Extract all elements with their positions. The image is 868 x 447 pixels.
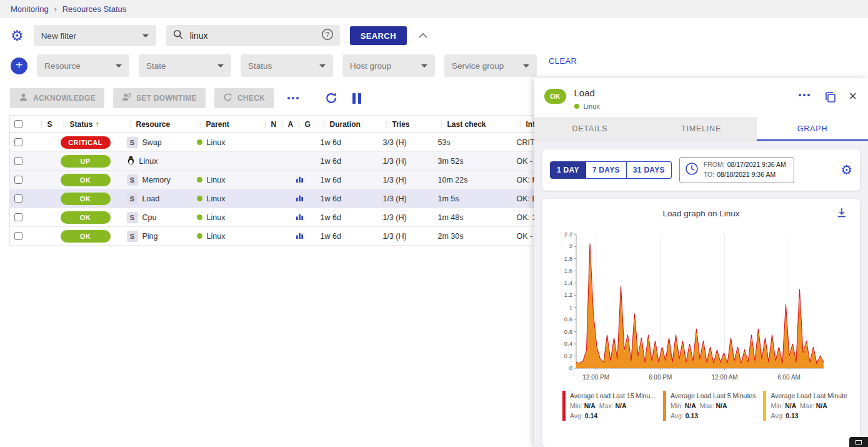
row-checkbox[interactable] — [14, 157, 22, 165]
resource-filter-select[interactable]: Resource — [37, 54, 129, 77]
service-group-filter-select[interactable]: Service group — [444, 54, 537, 77]
export-graph-icon[interactable] — [832, 206, 851, 221]
copy-link-icon[interactable] — [823, 89, 838, 104]
graph-settings-gear-icon[interactable]: ⚙ — [841, 163, 852, 176]
row-checkbox[interactable] — [14, 232, 22, 240]
tab-details[interactable]: DETAILS — [534, 117, 646, 141]
col-resource[interactable]: Resource — [136, 120, 171, 129]
panel-more-icon[interactable] — [794, 94, 815, 96]
corner-overlay-icon[interactable] — [849, 437, 868, 447]
breadcrumb-monitoring[interactable]: Monitoring — [11, 4, 49, 14]
resource-name[interactable]: Memory — [142, 176, 171, 184]
close-icon[interactable]: × — [846, 89, 859, 103]
sort-asc-icon[interactable]: ↑ — [95, 120, 99, 129]
last-check-cell: 3m 52s — [436, 152, 515, 171]
panel-subtitle[interactable]: Linux — [584, 103, 600, 110]
tab-timeline[interactable]: TIMELINE — [646, 117, 757, 141]
status-badge: CRITICAL — [61, 136, 111, 149]
column-drag-icon[interactable]: ⋮ — [438, 120, 446, 129]
column-drag-icon[interactable]: ⋮ — [61, 120, 68, 129]
acknowledge-button[interactable]: ACKNOWLEDGE — [10, 88, 104, 108]
column-drag-icon[interactable]: ⋮ — [197, 120, 204, 129]
refresh-icon[interactable] — [324, 91, 339, 106]
row-checkbox[interactable] — [14, 138, 22, 146]
host-group-filter-select[interactable]: Host group — [342, 54, 435, 77]
resource-name[interactable]: Load — [142, 194, 160, 203]
svg-text:?: ? — [326, 31, 329, 38]
from-value[interactable]: 08/17/2021 9:36 AM — [727, 161, 786, 168]
column-drag-icon[interactable]: ⋮ — [38, 120, 46, 129]
parent-name[interactable]: Linux — [207, 213, 226, 222]
avg-value: 0.14 — [585, 412, 597, 419]
check-button[interactable]: CHECK — [214, 88, 274, 108]
more-actions-icon[interactable] — [282, 97, 304, 99]
collapse-filters-chevron-icon[interactable] — [417, 31, 429, 40]
resource-name[interactable]: Ping — [142, 232, 158, 241]
col-action[interactable]: A — [288, 120, 294, 129]
last-check-cell: 1m 48s — [436, 208, 515, 227]
parent-name[interactable]: Linux — [207, 138, 226, 147]
clear-filters-button[interactable]: CLEAR — [549, 56, 577, 66]
col-severity[interactable]: S — [47, 120, 52, 129]
help-icon[interactable]: ? — [321, 28, 334, 43]
set-downtime-button[interactable]: SET DOWNTIME — [113, 88, 206, 108]
col-last-check[interactable]: Last check — [447, 120, 486, 129]
filter-settings-gear-icon[interactable]: ⚙ — [11, 29, 24, 43]
graph-chart-icon[interactable] — [296, 214, 304, 223]
column-drag-icon[interactable]: ⋮ — [383, 120, 391, 129]
status-filter-select[interactable]: Status — [241, 54, 333, 77]
svg-text:2: 2 — [569, 243, 572, 249]
search-button[interactable]: SEARCH — [350, 26, 407, 45]
tab-graph[interactable]: GRAPH — [757, 117, 868, 141]
col-duration[interactable]: Duration — [330, 120, 361, 129]
column-drag-icon[interactable]: ⋮ — [262, 120, 269, 129]
parent-name[interactable]: Linux — [207, 176, 226, 184]
tries-cell: 1/3 (H) — [381, 171, 436, 189]
column-drag-icon[interactable]: ⋮ — [127, 120, 134, 129]
row-checkbox[interactable] — [14, 213, 22, 221]
search-input[interactable] — [189, 30, 316, 41]
parent-name[interactable]: Linux — [207, 194, 226, 203]
column-drag-icon[interactable]: ⋮ — [517, 120, 524, 129]
range-7-days-button[interactable]: 7 DAYS — [586, 161, 627, 179]
column-drag-icon[interactable]: ⋮ — [279, 120, 286, 129]
to-value[interactable]: 08/18/2021 9:36 AM — [717, 171, 776, 178]
legend-item[interactable]: Average Load Last 5 Minutes Min: N/A Max… — [663, 391, 756, 421]
chevron-down-icon — [319, 64, 326, 68]
range-1-day-button[interactable]: 1 DAY — [550, 161, 586, 179]
legend-item[interactable]: Average Load Last 15 Minu... Min: N/A Ma… — [562, 391, 656, 421]
col-graph[interactable]: G — [305, 120, 311, 129]
column-drag-icon[interactable]: ⋮ — [321, 120, 328, 129]
col-parent[interactable]: Parent — [206, 120, 229, 129]
avg-label: Avg: — [671, 412, 684, 419]
chevron-down-icon — [142, 34, 149, 38]
row-checkbox[interactable] — [14, 176, 22, 184]
state-filter-select[interactable]: State — [139, 54, 231, 77]
col-status[interactable]: Status — [70, 120, 93, 129]
min-label: Min: — [671, 402, 683, 409]
column-drag-icon[interactable]: ⋮ — [296, 120, 303, 129]
pause-icon[interactable] — [352, 93, 361, 104]
svg-text:0: 0 — [569, 364, 572, 371]
resource-name[interactable]: Linux — [139, 157, 158, 166]
graph-chart-icon[interactable] — [296, 233, 304, 241]
custom-date-range[interactable]: FROM:08/17/2021 9:36 AM TO:08/18/2021 9:… — [679, 157, 794, 183]
graph-chart-icon[interactable] — [296, 176, 304, 185]
resource-name[interactable]: Cpu — [142, 213, 157, 222]
add-criteria-button[interactable]: + — [11, 58, 27, 74]
saved-filter-select[interactable]: New filter — [34, 25, 156, 46]
resource-name[interactable]: Swap — [142, 138, 162, 147]
last-check-cell: 53s — [436, 133, 515, 152]
service-type-icon: S — [127, 212, 138, 223]
graph-chart-icon[interactable] — [296, 195, 304, 204]
col-notes[interactable]: N — [271, 120, 277, 129]
legend-item[interactable]: Average Load Last Minute Min: N/A Max: N… — [763, 391, 847, 421]
col-tries[interactable]: Tries — [392, 120, 410, 129]
row-checkbox[interactable] — [14, 194, 22, 203]
range-31-days-button[interactable]: 31 DAYS — [627, 161, 672, 179]
parent-name[interactable]: Linux — [207, 232, 226, 241]
max-value: N/A — [816, 402, 827, 409]
panel-body: 1 DAY 7 DAYS 31 DAYS FROM:08/17/2021 9:3… — [534, 141, 868, 447]
select-all-checkbox[interactable] — [14, 120, 22, 128]
load-graph-chart[interactable]: 12:00 PM6:00 PM12:00 AM6:00 AM00.20.40.6… — [554, 227, 852, 384]
